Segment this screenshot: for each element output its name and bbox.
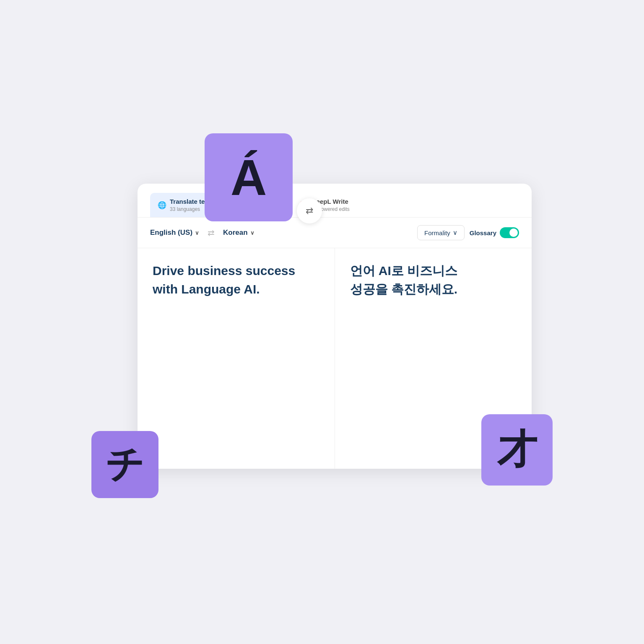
tile-bottom-right-char: 才 — [497, 423, 537, 477]
tab-translate-text-sub-label: 33 languages — [170, 206, 200, 212]
source-text[interactable]: Drive business success with Language AI. — [153, 262, 319, 298]
translate-text-icon: 🌐 — [158, 201, 166, 210]
formality-chevron-icon: ∨ — [453, 229, 457, 236]
formality-label: Formality — [424, 229, 450, 236]
tile-bottom-right: 才 — [481, 414, 553, 486]
scene: Á ⇄ 🌐 Translate text 33 languages 📄 Tran… — [91, 133, 553, 511]
source-panel[interactable]: Drive business success with Language AI. — [138, 248, 335, 469]
tile-top-char: Á — [231, 148, 267, 206]
glossary-row: Glossary — [470, 227, 519, 238]
translation-panels: Drive business success with Language AI.… — [138, 248, 532, 469]
tile-bottom-left: チ — [91, 431, 158, 498]
formality-button[interactable]: Formality ∨ — [417, 225, 465, 240]
glossary-label: Glossary — [470, 229, 496, 236]
tile-bottom-left-char: チ — [106, 439, 144, 490]
source-language-chevron: ∨ — [195, 230, 199, 236]
source-language-selector[interactable]: English (US) ∨ — [150, 229, 199, 237]
target-language-label: Korean — [223, 229, 248, 237]
swap-languages-icon[interactable]: ⇄ — [208, 228, 215, 238]
translator-header: English (US) ∨ ⇄ Korean ∨ Formality ∨ Gl… — [138, 218, 532, 248]
target-language-chevron: ∨ — [250, 230, 254, 236]
translated-text: 언어 AI로 비즈니스성공을 촉진하세요. — [350, 262, 517, 298]
swap-floating-button[interactable]: ⇄ — [297, 198, 322, 223]
tabs-bar: 🌐 Translate text 33 languages 📄 Translat… — [138, 184, 532, 218]
tile-top: Á — [205, 133, 293, 221]
glossary-toggle[interactable] — [500, 227, 519, 238]
main-card: 🌐 Translate text 33 languages 📄 Translat… — [138, 184, 532, 469]
target-language-selector[interactable]: Korean ∨ — [223, 229, 254, 237]
source-language-label: English (US) — [150, 229, 192, 237]
